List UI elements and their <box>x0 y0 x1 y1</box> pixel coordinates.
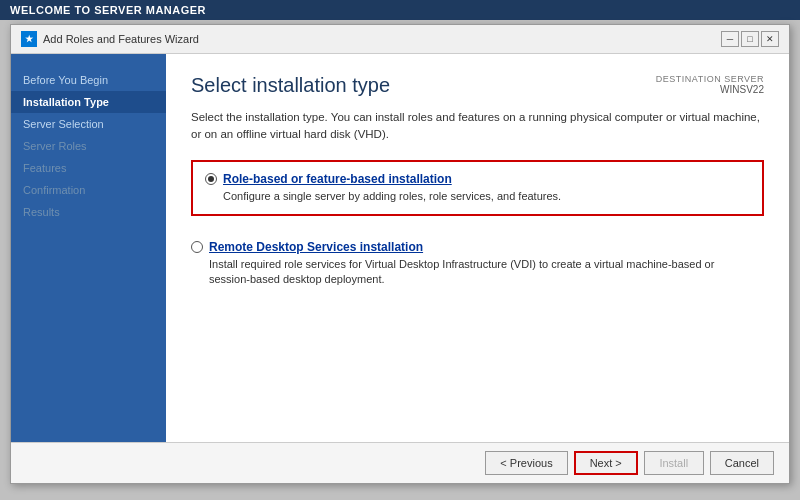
description-text: Select the installation type. You can in… <box>191 109 764 144</box>
sidebar-item-before-you-begin[interactable]: Before You Begin <box>11 69 166 91</box>
title-bar: ★ Add Roles and Features Wizard ─ □ ✕ <box>11 25 789 54</box>
option-row-remote-desktop: Remote Desktop Services installation <box>191 240 752 254</box>
wizard-content: Select installation type DESTINATION SER… <box>166 54 789 442</box>
sidebar-item-results: Results <box>11 201 166 223</box>
destination-server-name: WINSV22 <box>656 84 764 95</box>
sidebar-item-installation-type[interactable]: Installation Type <box>11 91 166 113</box>
sidebar-item-features: Features <box>11 157 166 179</box>
install-button[interactable]: Install <box>644 451 704 475</box>
previous-button[interactable]: < Previous <box>485 451 567 475</box>
option-label-remote-desktop[interactable]: Remote Desktop Services installation <box>209 240 423 254</box>
server-manager-bar: WELCOME TO SERVER MANAGER <box>0 0 800 20</box>
radio-remote-desktop[interactable] <box>191 241 203 253</box>
next-button[interactable]: Next > <box>574 451 638 475</box>
content-header: Select installation type DESTINATION SER… <box>191 74 764 97</box>
sidebar-item-confirmation: Confirmation <box>11 179 166 201</box>
option-box-role-based[interactable]: Role-based or feature-based installation… <box>191 160 764 216</box>
sidebar-item-server-selection[interactable]: Server Selection <box>11 113 166 135</box>
wizard-footer: < Previous Next > Install Cancel <box>11 442 789 483</box>
title-bar-left: ★ Add Roles and Features Wizard <box>21 31 199 47</box>
wizard-body: Before You Begin Installation Type Serve… <box>11 54 789 442</box>
wizard-title: Add Roles and Features Wizard <box>43 33 199 45</box>
option-row-role-based: Role-based or feature-based installation <box>205 172 750 186</box>
wizard-nav: Before You Begin Installation Type Serve… <box>11 54 166 442</box>
option-desc-role-based: Configure a single server by adding role… <box>223 189 750 204</box>
server-manager-title: WELCOME TO SERVER MANAGER <box>10 4 206 16</box>
page-title: Select installation type <box>191 74 390 97</box>
option-title-role-based: Role-based or feature-based installation <box>223 172 452 186</box>
option-desc-remote-desktop: Install required role services for Virtu… <box>209 257 752 288</box>
maximize-button[interactable]: □ <box>741 31 759 47</box>
option-box-remote-desktop[interactable]: Remote Desktop Services installation Ins… <box>191 230 764 298</box>
sidebar-item-server-roles: Server Roles <box>11 135 166 157</box>
option-title-remote-desktop: Remote Desktop Services installation <box>209 240 423 254</box>
destination-server-info: DESTINATION SERVER WINSV22 <box>656 74 764 95</box>
destination-server-label: DESTINATION SERVER <box>656 74 764 84</box>
option-label-role-based[interactable]: Role-based or feature-based installation <box>223 172 452 186</box>
title-bar-controls: ─ □ ✕ <box>721 31 779 47</box>
cancel-button[interactable]: Cancel <box>710 451 774 475</box>
wizard-icon: ★ <box>21 31 37 47</box>
radio-role-based[interactable] <box>205 173 217 185</box>
minimize-button[interactable]: ─ <box>721 31 739 47</box>
close-button[interactable]: ✕ <box>761 31 779 47</box>
wizard-window: ★ Add Roles and Features Wizard ─ □ ✕ Be… <box>10 24 790 484</box>
